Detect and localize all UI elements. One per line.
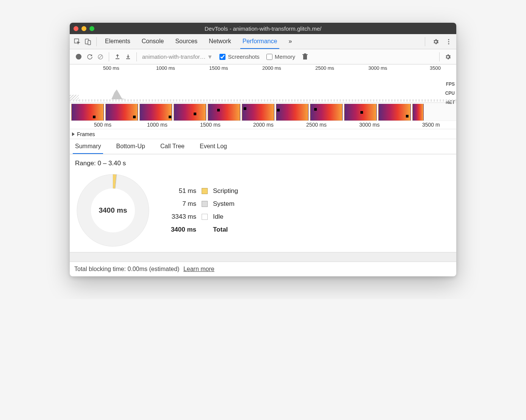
- svg-rect-8: [116, 58, 119, 59]
- screenshot-thumb[interactable]: [310, 104, 343, 121]
- ruler-tick: 3000 ms: [368, 65, 387, 71]
- svg-rect-9: [126, 58, 130, 59]
- net-track: [70, 99, 456, 102]
- range-label: Range: 0 – 3.40 s: [75, 160, 451, 167]
- svg-rect-11: [302, 54, 308, 55]
- overview-body[interactable]: FPS CPU NET: [70, 72, 456, 102]
- cpu-activity-icon: [111, 89, 127, 99]
- capture-settings-gear-icon[interactable]: [443, 52, 453, 62]
- window-title: DevTools - animation-with-transform.glit…: [70, 25, 456, 32]
- screenshot-thumb[interactable]: [71, 104, 104, 121]
- traffic-lights: [74, 26, 94, 31]
- svg-rect-10: [303, 55, 307, 60]
- disclosure-triangle-icon[interactable]: [72, 132, 75, 136]
- svg-point-4: [448, 41, 449, 42]
- swatch-scripting-icon: [202, 188, 208, 194]
- ruler-tick: 2500 ms: [306, 122, 327, 128]
- divider: [109, 52, 109, 61]
- screenshot-thumb[interactable]: [412, 104, 424, 121]
- divider: [439, 52, 440, 61]
- screenshot-thumb[interactable]: [105, 104, 138, 121]
- legend-name: Scripting: [213, 187, 238, 195]
- overview-pane[interactable]: 500 ms 1000 ms 1500 ms 2000 ms 2500 ms 3…: [70, 64, 456, 103]
- load-profile-icon[interactable]: [112, 52, 123, 62]
- ruler-tick: 3500 m: [422, 122, 440, 128]
- memory-label: Memory: [275, 53, 295, 60]
- summary-donut-chart: 3400 ms: [75, 172, 151, 248]
- divider: [425, 37, 425, 46]
- ruler-tick: 3000 ms: [359, 122, 380, 128]
- inspect-element-icon[interactable]: [72, 36, 83, 47]
- screenshot-thumb[interactable]: [208, 104, 240, 121]
- ruler-tick: 500 ms: [94, 122, 111, 128]
- screenshot-thumb[interactable]: [174, 104, 206, 121]
- screenshot-thumb[interactable]: [378, 104, 411, 121]
- minimize-window-button[interactable]: [81, 26, 86, 31]
- memory-checkbox-input[interactable]: [266, 54, 272, 60]
- screenshot-thumb[interactable]: [139, 104, 172, 121]
- legend-ms: 3343 ms: [166, 213, 196, 221]
- swatch-idle-icon: [202, 214, 208, 220]
- drawer-resizer[interactable]: [70, 252, 456, 262]
- tab-call-tree[interactable]: Call Tree: [158, 139, 187, 154]
- svg-rect-2: [88, 41, 91, 45]
- chevron-down-icon[interactable]: ▼: [207, 53, 213, 60]
- legend-name: System: [213, 200, 238, 208]
- tab-performance[interactable]: Performance: [240, 34, 280, 49]
- overview-ruler: 500 ms 1000 ms 1500 ms 2000 ms 2500 ms 3…: [70, 64, 456, 72]
- ruler-tick: 3500: [430, 65, 441, 71]
- screenshot-filmstrip[interactable]: [70, 103, 456, 121]
- screenshots-label: Screenshots: [228, 53, 259, 60]
- clear-icon[interactable]: [95, 52, 106, 62]
- screenshots-checkbox-input[interactable]: [219, 54, 225, 60]
- tab-elements[interactable]: Elements: [103, 34, 133, 49]
- legend-name: Idle: [213, 213, 238, 221]
- tab-network[interactable]: Network: [207, 34, 233, 49]
- svg-rect-12: [304, 53, 306, 54]
- tab-bottom-up[interactable]: Bottom-Up: [114, 139, 147, 154]
- screenshot-thumb[interactable]: [276, 104, 308, 121]
- details-tabs: Summary Bottom-Up Call Tree Event Log: [70, 139, 456, 154]
- tab-summary[interactable]: Summary: [73, 139, 103, 154]
- tab-event-log[interactable]: Event Log: [197, 139, 229, 154]
- tabs-overflow-button[interactable]: »: [286, 34, 294, 49]
- trash-icon[interactable]: [300, 52, 310, 62]
- swatch-system-icon: [202, 201, 208, 207]
- summary-legend: 51 ms Scripting 7 ms System 3343 ms Idle…: [166, 187, 238, 234]
- screenshots-checkbox[interactable]: Screenshots: [219, 53, 259, 60]
- record-button[interactable]: [76, 54, 81, 60]
- footer-status: Total blocking time: 0.00ms (estimated) …: [70, 262, 456, 276]
- screenshot-thumb[interactable]: [242, 104, 274, 121]
- ruler-tick: 500 ms: [103, 65, 119, 71]
- ruler-tick: 2500 ms: [315, 65, 334, 71]
- legend-ms: 7 ms: [166, 200, 196, 208]
- close-window-button[interactable]: [74, 26, 78, 31]
- maximize-window-button[interactable]: [89, 26, 94, 31]
- ruler-tick: 2000 ms: [262, 65, 281, 71]
- tab-console[interactable]: Console: [139, 34, 166, 49]
- titlebar: DevTools - animation-with-transform.glit…: [70, 23, 456, 34]
- fps-label: FPS: [445, 80, 455, 89]
- frames-label: Frames: [77, 131, 95, 137]
- ruler-tick: 2000 ms: [253, 122, 274, 128]
- learn-more-link[interactable]: Learn more: [183, 266, 214, 272]
- devtools-window: DevTools - animation-with-transform.glit…: [70, 23, 456, 276]
- device-toolbar-icon[interactable]: [83, 36, 93, 47]
- cpu-label: CPU: [445, 89, 455, 98]
- blocking-time-text: Total blocking time: 0.00ms (estimated): [74, 266, 179, 272]
- save-profile-icon[interactable]: [123, 52, 133, 62]
- legend-total-ms: 3400 ms: [166, 226, 196, 234]
- frames-track-header[interactable]: Frames: [70, 129, 456, 139]
- memory-checkbox[interactable]: Memory: [266, 53, 295, 60]
- performance-toolbar: animation-with-transfor… ▼ Screenshots M…: [70, 49, 456, 64]
- ruler-tick: 1500 ms: [209, 65, 228, 71]
- svg-point-3: [448, 39, 449, 40]
- reload-record-icon[interactable]: [85, 52, 95, 62]
- screenshot-thumb[interactable]: [344, 104, 377, 121]
- flamechart-ruler[interactable]: 500 ms 1000 ms 1500 ms 2000 ms 2500 ms 3…: [70, 121, 456, 129]
- profile-selector[interactable]: animation-with-transfor…: [142, 53, 206, 60]
- settings-gear-icon[interactable]: [431, 36, 441, 47]
- kebab-menu-icon[interactable]: [443, 36, 454, 47]
- tab-sources[interactable]: Sources: [173, 34, 200, 49]
- donut-total: 3400 ms: [75, 172, 151, 248]
